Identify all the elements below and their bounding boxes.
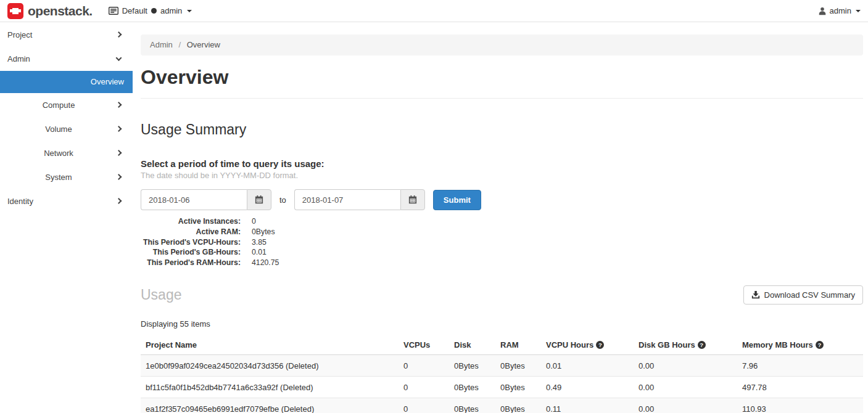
breadcrumb-separator: / xyxy=(178,40,181,49)
date-from-input[interactable] xyxy=(141,189,247,210)
items-count: Displaying 55 items xyxy=(141,319,863,329)
col-vcpus[interactable]: VCPUs xyxy=(399,335,449,355)
usage-date-form: to Submit xyxy=(141,189,863,210)
stat-ram-hours: This Period's RAM-Hours: 4120.75 xyxy=(141,258,863,268)
help-icon[interactable]: ? xyxy=(596,341,604,349)
breadcrumb-overview: Overview xyxy=(187,40,220,49)
username-label: admin xyxy=(830,6,851,15)
cell-project-name: ea1f2f357c09465eb6991edf7079efbe (Delete… xyxy=(141,398,399,413)
caret-down-icon xyxy=(856,10,861,12)
openstack-brand[interactable]: openstack. xyxy=(7,3,93,19)
sidebar-item-network[interactable]: Network xyxy=(0,141,133,165)
usage-table-header: Usage Download CSV Summary xyxy=(141,285,863,305)
sidebar-item-admin[interactable]: Admin xyxy=(0,47,133,71)
brand-text: openstack. xyxy=(28,4,93,18)
stat-vcpu-hours: This Period's VCPU-Hours: 3.85 xyxy=(141,237,863,248)
openstack-logo-icon xyxy=(7,3,23,19)
table-row: ea1f2f357c09465eb6991edf7079efbe (Delete… xyxy=(141,398,863,413)
date-to-calendar-button[interactable] xyxy=(400,189,425,210)
domain-project-switcher[interactable]: Default admin xyxy=(109,6,192,15)
context-switcher-icon xyxy=(109,7,118,15)
date-to-input[interactable] xyxy=(294,189,400,210)
download-csv-label: Download CSV Summary xyxy=(764,290,855,300)
cell-project-name: 1e0b0f99af0249cea24502034d73d356 (Delete… xyxy=(141,354,399,376)
sidebar-item-overview[interactable]: Overview xyxy=(0,71,133,93)
usage-summary-heading: Usage Summary xyxy=(141,121,863,138)
stat-active-instances: Active Instances: 0 xyxy=(141,216,863,227)
table-header-row: Project Name VCPUs Disk RAM VCPU Hours? … xyxy=(141,335,863,355)
table-row: bf11c5fa0f1b452db4b7741a6c33a92f (Delete… xyxy=(141,376,863,398)
col-disk[interactable]: Disk xyxy=(449,335,495,355)
cell-project-name: bf11c5fa0f1b452db4b7741a6c33a92f (Delete… xyxy=(141,376,399,398)
sidebar-item-project[interactable]: Project xyxy=(0,23,133,47)
breadcrumb-admin[interactable]: Admin xyxy=(150,40,173,49)
usage-heading: Usage xyxy=(141,287,181,303)
date-format-hint: The date should be in YYYY-MM-DD format. xyxy=(141,171,863,180)
sidebar-item-volume[interactable]: Volume xyxy=(0,117,133,141)
calendar-icon xyxy=(255,195,263,204)
sidebar-item-system[interactable]: System xyxy=(0,165,133,189)
to-label: to xyxy=(279,195,286,205)
table-row: 1e0b0f99af0249cea24502034d73d356 (Delete… xyxy=(141,354,863,376)
user-menu[interactable]: admin xyxy=(818,6,861,15)
help-icon[interactable]: ? xyxy=(816,341,824,349)
date-from-group xyxy=(141,189,271,210)
title-divider xyxy=(141,98,863,99)
submit-button[interactable]: Submit xyxy=(433,190,481,210)
side-navigation: Project Admin Overview Compute Volume Ne… xyxy=(0,22,133,413)
col-vcpu-hours[interactable]: VCPU Hours? xyxy=(541,335,634,355)
usage-table: Project Name VCPUs Disk RAM VCPU Hours? … xyxy=(141,335,863,413)
project-label: admin xyxy=(160,6,182,15)
date-query-prompt: Select a period of time to query its usa… xyxy=(141,158,863,169)
date-from-calendar-button[interactable] xyxy=(247,189,271,210)
domain-label: Default xyxy=(122,6,147,15)
usage-stats: Active Instances: 0 Active RAM: 0Bytes T… xyxy=(141,216,863,268)
caret-down-icon xyxy=(187,10,192,12)
download-icon xyxy=(751,290,760,299)
col-memory-mb-hours[interactable]: Memory MB Hours? xyxy=(737,335,863,355)
col-project-name[interactable]: Project Name xyxy=(141,335,399,355)
col-ram[interactable]: RAM xyxy=(495,335,541,355)
page-title: Overview xyxy=(141,66,863,89)
main-content: Admin / Overview Overview Usage Summary … xyxy=(133,22,868,413)
breadcrumb: Admin / Overview xyxy=(141,35,863,55)
col-disk-gb-hours[interactable]: Disk GB Hours? xyxy=(634,335,737,355)
stat-gb-hours: This Period's GB-Hours: 0.01 xyxy=(141,247,863,258)
project-dot-icon xyxy=(151,8,157,14)
user-icon xyxy=(818,7,827,15)
help-icon[interactable]: ? xyxy=(698,341,706,349)
download-csv-button[interactable]: Download CSV Summary xyxy=(743,285,863,305)
sidebar-item-compute[interactable]: Compute xyxy=(0,93,133,117)
stat-active-ram: Active RAM: 0Bytes xyxy=(141,227,863,237)
calendar-icon xyxy=(408,195,417,204)
sidebar-item-identity[interactable]: Identity xyxy=(0,189,133,213)
top-navbar: openstack. Default admin admin xyxy=(0,0,868,22)
date-to-group xyxy=(294,189,425,210)
